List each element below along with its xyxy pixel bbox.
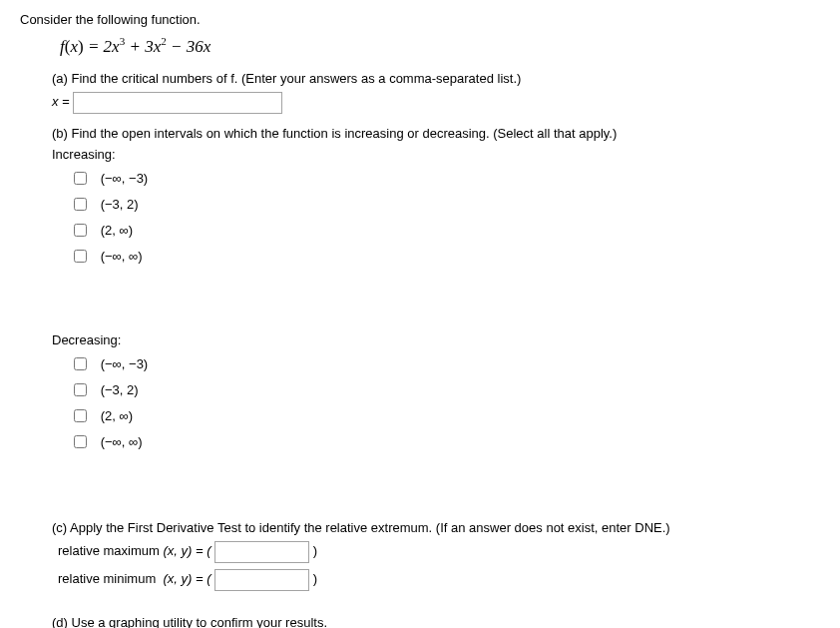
decreasing-options: (−∞, −3) (−3, 2) (2, ∞) (−∞, ∞): [70, 354, 820, 451]
rel-min-label: relative minimum: [58, 571, 156, 586]
increasing-options: (−∞, −3) (−3, 2) (2, ∞) (−∞, ∞): [70, 169, 820, 266]
increasing-label: Increasing:: [52, 147, 820, 162]
dec-label-4: (−∞, ∞): [101, 434, 143, 449]
part-a-prompt: (a) Find the critical numbers of f. (Ent…: [52, 71, 820, 86]
part-b-prompt: (b) Find the open intervals on which the…: [52, 126, 820, 141]
inc-checkbox-4[interactable]: [74, 250, 87, 263]
dec-checkbox-3[interactable]: [74, 409, 87, 422]
xy-eq-label-min: (x, y) = (: [163, 571, 210, 586]
rel-max-label: relative maximum: [58, 543, 160, 558]
dec-checkbox-2[interactable]: [74, 383, 87, 396]
inc-label-2: (−3, 2): [101, 197, 139, 212]
dec-label-3: (2, ∞): [101, 408, 133, 423]
x-equals-label: x =: [52, 94, 73, 109]
dec-label-1: (−∞, −3): [101, 356, 149, 371]
rel-max-input[interactable]: [214, 541, 309, 563]
part-d-prompt: (d) Use a graphing utility to confirm yo…: [52, 615, 820, 628]
inc-checkbox-3[interactable]: [74, 224, 87, 237]
decreasing-label: Decreasing:: [52, 332, 820, 347]
inc-checkbox-1[interactable]: [74, 172, 87, 185]
function-formula: f(x) = 2x3 + 3x2 − 36x: [60, 35, 820, 57]
close-paren-max: ): [313, 543, 317, 558]
rel-min-input[interactable]: [214, 569, 309, 591]
inc-label-3: (2, ∞): [101, 223, 133, 238]
dec-checkbox-1[interactable]: [74, 357, 87, 370]
dec-checkbox-4[interactable]: [74, 435, 87, 448]
part-c-prompt: (c) Apply the First Derivative Test to i…: [52, 520, 820, 535]
dec-label-2: (−3, 2): [101, 382, 139, 397]
xy-eq-label-max: (x, y) = (: [163, 543, 210, 558]
close-paren-min: ): [313, 571, 317, 586]
critical-numbers-input[interactable]: [73, 92, 282, 114]
inc-label-1: (−∞, −3): [101, 171, 149, 186]
intro-text: Consider the following function.: [20, 12, 820, 27]
inc-label-4: (−∞, ∞): [101, 249, 143, 264]
inc-checkbox-2[interactable]: [74, 198, 87, 211]
